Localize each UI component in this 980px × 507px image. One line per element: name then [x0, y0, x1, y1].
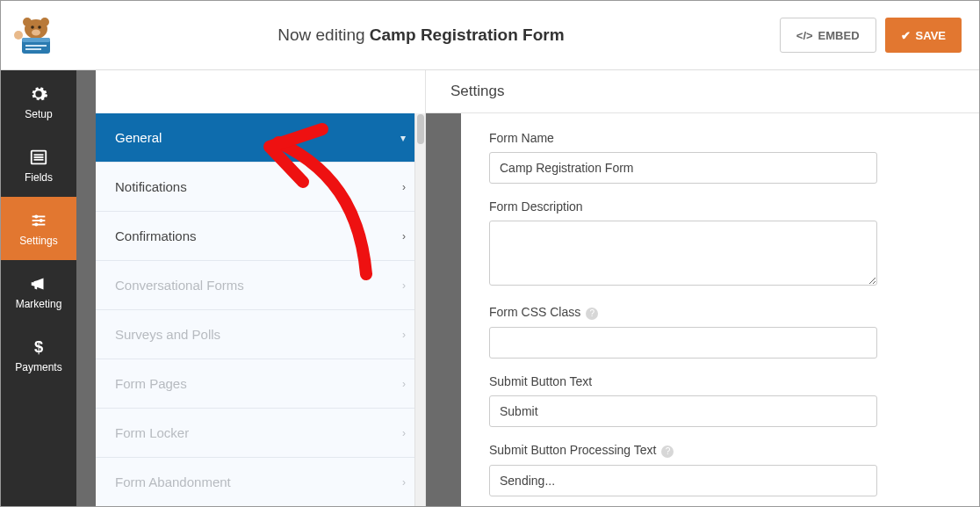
chevron-right-icon: ›	[402, 329, 406, 341]
gear-icon	[29, 84, 48, 104]
sliders-icon	[29, 211, 48, 230]
svg-text:$: $	[34, 337, 43, 356]
help-icon[interactable]: ?	[586, 308, 598, 320]
submit-processing-label: Submit Button Processing Text?	[489, 443, 951, 458]
svg-point-20	[34, 222, 38, 226]
sidebar-item-label: Conversational Forms	[115, 278, 244, 293]
chevron-right-icon: ›	[402, 476, 406, 489]
rail-marketing-label: Marketing	[16, 298, 62, 310]
form-name-input[interactable]	[489, 152, 877, 184]
panel-title: Settings	[426, 70, 979, 113]
embed-label: EMBED	[818, 29, 860, 42]
rail-setup-label: Setup	[25, 108, 52, 120]
chevron-right-icon: ›	[402, 230, 406, 243]
editing-title: Now editing Camp Registration Form	[62, 25, 780, 45]
sidebar-item-pages[interactable]: Form Pages ›	[96, 359, 425, 409]
submit-processing-input[interactable]	[489, 465, 877, 496]
rail-fields[interactable]: Fields	[1, 134, 76, 197]
rail-setup[interactable]: Setup	[1, 70, 76, 134]
sidebar-item-label: Form Abandonment	[115, 474, 231, 489]
form-description-label: Form Description	[489, 199, 951, 214]
sidebar-item-confirmations[interactable]: Confirmations ›	[96, 212, 425, 261]
svg-point-4	[38, 25, 41, 29]
embed-button[interactable]: </> EMBED	[780, 18, 876, 53]
sidebar-item-label: Confirmations	[115, 228, 197, 243]
rail-payments-label: Payments	[15, 361, 61, 373]
help-icon[interactable]: ?	[661, 445, 674, 458]
sidebar-item-surveys[interactable]: Surveys and Polls ›	[96, 310, 425, 359]
svg-point-2	[40, 18, 49, 26]
sidebar-item-locker[interactable]: Form Locker ›	[96, 409, 425, 458]
sidebar-item-label: General	[115, 130, 162, 145]
check-icon: ✔	[901, 29, 911, 42]
svg-rect-8	[25, 45, 47, 47]
svg-point-18	[40, 218, 43, 221]
sidebar-header-blank	[96, 70, 425, 113]
css-class-label-text: Form CSS Class	[489, 305, 580, 319]
chevron-right-icon: ›	[402, 181, 406, 193]
main-panel: Settings Form Name Form Description Form…	[426, 70, 979, 506]
sidebar-item-general[interactable]: General ▾	[96, 113, 425, 163]
sidebar-item-label: Form Pages	[115, 376, 187, 391]
sidebar-item-label: Notifications	[115, 179, 187, 194]
panel-body: Form Name Form Description Form CSS Clas…	[426, 113, 979, 506]
svg-point-1	[23, 18, 32, 26]
css-class-input[interactable]	[489, 327, 877, 359]
code-icon: </>	[796, 29, 813, 42]
bullhorn-icon	[29, 274, 48, 293]
svg-point-10	[14, 31, 23, 40]
submit-text-input[interactable]	[489, 395, 877, 427]
nav-rail: Setup Fields Settings Marketing $ Paymen…	[1, 70, 76, 506]
svg-point-3	[31, 25, 34, 29]
chevron-right-icon: ›	[402, 279, 406, 292]
css-class-label: Form CSS Class?	[489, 305, 951, 320]
chevron-down-icon: ▾	[400, 132, 406, 144]
top-bar: Now editing Camp Registration Form </> E…	[1, 1, 979, 70]
chevron-right-icon: ›	[402, 378, 406, 390]
rail-fields-label: Fields	[25, 171, 53, 184]
submit-text-label: Submit Button Text	[489, 374, 951, 388]
editing-prefix: Now editing	[277, 25, 370, 44]
dollar-icon: $	[29, 337, 48, 357]
form-name-label: Form Name	[489, 131, 951, 145]
sidebar-item-conversational[interactable]: Conversational Forms ›	[96, 261, 425, 310]
svg-rect-7	[22, 38, 50, 42]
sidebar-scrollbar[interactable]	[414, 113, 425, 506]
scrollbar-thumb[interactable]	[417, 114, 424, 144]
svg-point-16	[34, 214, 38, 218]
sidebar-gutter	[76, 70, 96, 506]
sidebar-item-abandonment[interactable]: Form Abandonment ›	[96, 458, 425, 507]
rail-settings[interactable]: Settings	[1, 197, 76, 260]
rail-payments[interactable]: $ Payments	[1, 323, 76, 387]
sidebar-item-label: Form Locker	[115, 425, 189, 440]
rail-settings-label: Settings	[19, 235, 57, 247]
rail-marketing[interactable]: Marketing	[1, 260, 76, 323]
svg-rect-9	[25, 48, 41, 50]
sidebar-item-notifications[interactable]: Notifications ›	[96, 163, 425, 212]
save-button[interactable]: ✔ SAVE	[885, 18, 962, 53]
submit-processing-label-text: Submit Button Processing Text	[489, 443, 656, 457]
list-icon	[29, 148, 48, 167]
editing-form-name: Camp Registration Form	[370, 25, 565, 44]
svg-point-5	[32, 30, 40, 36]
settings-sidebar: General ▾ Notifications › Confirmations …	[96, 70, 426, 506]
save-label: SAVE	[916, 29, 946, 42]
app-logo	[10, 13, 62, 57]
sidebar-item-label: Surveys and Polls	[115, 327, 220, 342]
chevron-right-icon: ›	[402, 427, 406, 439]
form-description-input[interactable]	[489, 221, 877, 286]
